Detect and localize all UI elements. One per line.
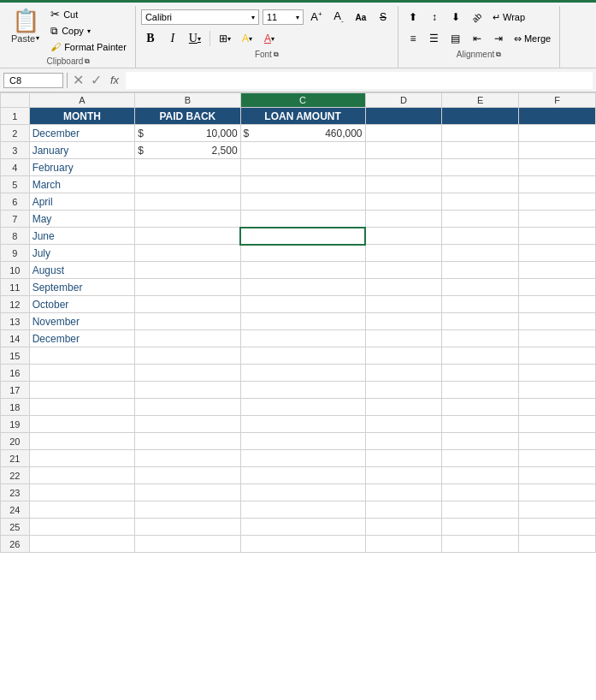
font-extra2-button[interactable]: S <box>374 8 392 27</box>
cell-d[interactable] <box>365 245 442 262</box>
cell-e[interactable] <box>442 450 519 467</box>
cell-b[interactable] <box>135 365 240 382</box>
cell-e[interactable] <box>442 262 519 279</box>
font-size-dropdown[interactable]: 11 ▾ <box>263 9 304 25</box>
cell-e[interactable] <box>442 467 519 484</box>
row-header[interactable]: 24 <box>1 501 30 519</box>
cell-d[interactable] <box>365 382 442 399</box>
orientation-button[interactable]: ab <box>468 8 487 27</box>
col-header-c[interactable]: C <box>240 93 365 108</box>
cell-d[interactable] <box>365 125 442 142</box>
cell-f[interactable] <box>519 450 596 467</box>
cell-a[interactable]: August <box>29 262 134 279</box>
cell-a[interactable] <box>29 347 134 365</box>
cell-c[interactable] <box>240 450 365 467</box>
cell-f[interactable] <box>519 262 596 279</box>
cell-b[interactable] <box>135 450 240 467</box>
bold-button[interactable]: B <box>141 29 160 48</box>
cell-f[interactable] <box>519 245 596 262</box>
cell-e[interactable] <box>442 536 519 553</box>
cell-b[interactable] <box>135 382 240 399</box>
row-header[interactable]: 21 <box>1 450 30 467</box>
cell-c[interactable] <box>240 416 365 433</box>
cell-a[interactable]: February <box>29 159 134 176</box>
cell-b[interactable] <box>135 296 240 313</box>
cell-b[interactable] <box>135 416 240 433</box>
cell-a[interactable] <box>29 467 134 484</box>
cell-d[interactable] <box>365 450 442 467</box>
row-header[interactable]: 6 <box>1 193 30 211</box>
format-painter-button[interactable]: 🖌 Format Painter <box>47 39 130 55</box>
row-header[interactable]: 23 <box>1 484 30 501</box>
row-header[interactable]: 20 <box>1 433 30 450</box>
cell-f[interactable] <box>519 159 596 176</box>
row-header[interactable]: 7 <box>1 211 30 228</box>
cell-b[interactable] <box>135 245 240 262</box>
cell-c[interactable] <box>240 365 365 382</box>
formula-confirm-icon[interactable]: ✓ <box>89 72 103 88</box>
cell-a[interactable]: January <box>29 142 134 159</box>
cell-c[interactable] <box>240 245 365 262</box>
cell-e[interactable] <box>442 347 519 365</box>
row-header[interactable]: 17 <box>1 382 30 399</box>
cell-f[interactable] <box>519 211 596 228</box>
cell-d[interactable] <box>365 484 442 501</box>
cell-f[interactable] <box>519 193 596 211</box>
row-header[interactable]: 9 <box>1 245 30 262</box>
cell-f[interactable] <box>519 228 596 245</box>
cell-b[interactable] <box>135 484 240 501</box>
cell-f[interactable] <box>519 296 596 313</box>
cell-e[interactable] <box>442 501 519 519</box>
cell-c[interactable] <box>240 279 365 296</box>
cell-c[interactable] <box>240 501 365 519</box>
cell-e[interactable] <box>442 365 519 382</box>
cell-c[interactable] <box>240 382 365 399</box>
cell-b[interactable] <box>135 313 240 330</box>
align-top-button[interactable]: ⬆ <box>404 8 422 27</box>
cell-b[interactable]: $10,000 <box>135 125 240 142</box>
merge-center-button[interactable]: ⇔ Merge <box>510 29 554 48</box>
cell-c[interactable] <box>240 296 365 313</box>
cell-d[interactable] <box>365 536 442 553</box>
cell-a[interactable] <box>29 501 134 519</box>
cell-e[interactable] <box>442 296 519 313</box>
row-header[interactable]: 15 <box>1 347 30 365</box>
cell-f[interactable] <box>519 313 596 330</box>
cell-c[interactable] <box>240 536 365 553</box>
row-header[interactable]: 19 <box>1 416 30 433</box>
cell-a[interactable] <box>29 382 134 399</box>
cell-d[interactable] <box>365 416 442 433</box>
cell-f[interactable] <box>519 467 596 484</box>
cell-f[interactable] <box>519 536 596 553</box>
increase-indent-button[interactable]: ⇥ <box>489 29 508 48</box>
border-button[interactable]: ⊞ ▾ <box>215 29 234 48</box>
cell-e[interactable] <box>442 245 519 262</box>
cell-f[interactable] <box>519 501 596 519</box>
cell-c[interactable] <box>240 347 365 365</box>
cell-d[interactable] <box>365 279 442 296</box>
row-header[interactable]: 2 <box>1 125 30 142</box>
cell-c[interactable] <box>240 159 365 176</box>
cell-d[interactable] <box>365 228 442 245</box>
header-cell[interactable]: MONTH <box>29 108 134 125</box>
cell-a[interactable] <box>29 433 134 450</box>
cell-a[interactable]: October <box>29 296 134 313</box>
cell-d[interactable] <box>365 159 442 176</box>
cell-a[interactable]: December <box>29 330 134 347</box>
header-cell[interactable] <box>519 108 596 125</box>
formula-function-icon[interactable]: fx <box>107 74 122 86</box>
cell-f[interactable] <box>519 519 596 536</box>
cell-f[interactable] <box>519 484 596 501</box>
cell-b[interactable] <box>135 330 240 347</box>
cell-b[interactable] <box>135 193 240 211</box>
cell-e[interactable] <box>442 519 519 536</box>
align-center-button[interactable]: ☰ <box>425 29 444 48</box>
cell-d[interactable] <box>365 347 442 365</box>
cell-f[interactable] <box>519 416 596 433</box>
cell-c[interactable] <box>240 313 365 330</box>
cell-e[interactable] <box>442 279 519 296</box>
cell-e[interactable] <box>442 416 519 433</box>
cell-a[interactable]: December <box>29 125 134 142</box>
cell-d[interactable] <box>365 211 442 228</box>
cell-e[interactable] <box>442 159 519 176</box>
